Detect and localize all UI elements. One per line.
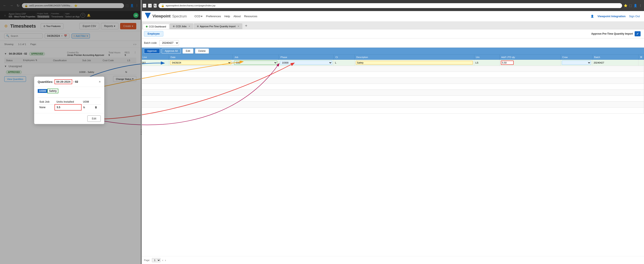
grid-cell-job[interactable]: 835 (232, 60, 278, 66)
ccd-nav-item[interactable]: CCD ▾ (194, 15, 202, 18)
edit-toolbar-button[interactable]: Edit (182, 48, 193, 54)
grid-col-line: Line (141, 55, 169, 60)
refresh-button[interactable]: ↻ (16, 3, 20, 8)
grid-cell-crew[interactable] (560, 60, 592, 66)
header-actions: Export CSV Reports ▾ Create ▾ (80, 23, 136, 29)
vp-logo: Viewpoint Spectrum (145, 13, 187, 20)
tab-ccd-dashboard[interactable]: CCD Dashboard (143, 24, 169, 29)
batch-select[interactable]: 20240427 (159, 40, 179, 46)
row-status-badge: APPROVED (6, 70, 22, 74)
grid-cell-add-qty[interactable] (500, 60, 560, 66)
reports-button[interactable]: Reports ▾ (101, 23, 118, 29)
right-url-bar[interactable]: 🔒 agaveapitest.dexterchaney.com/pages/in… (158, 3, 622, 8)
timesheets-nav[interactable]: Timesheets (37, 15, 49, 18)
unassigned-collapse[interactable]: ▼ (4, 65, 7, 68)
viewpoint-integration-link[interactable]: Viewpoint Integration (597, 15, 626, 18)
prev-page-button[interactable]: ‹ (134, 42, 134, 46)
project-tools-label: Project Tools (37, 12, 49, 15)
back-button[interactable]: ← (2, 3, 7, 8)
create-button[interactable]: Create ▾ (120, 23, 136, 29)
approve-qty-label: Approve Pre-Time Quantity Import (591, 32, 633, 35)
edit-button[interactable]: Edit (87, 116, 101, 122)
project-sub[interactable]: 835 - West Portal Properties (9, 15, 35, 18)
right-ext-icon: ⬚ (629, 4, 632, 7)
right-refresh-button[interactable]: ↻ (154, 3, 157, 8)
right-back-button[interactable]: ← (143, 3, 146, 8)
search-input[interactable] (11, 35, 36, 37)
phase-select[interactable]: 10300 (280, 61, 332, 65)
add-filter-button[interactable]: + Add Filter ▾ (72, 34, 90, 38)
grid-row-empty-5 (141, 90, 644, 96)
modal-close-button[interactable]: × (99, 80, 101, 84)
tab-dot-jobs (173, 25, 175, 27)
delete-button[interactable]: Delete (195, 48, 209, 54)
left-panel: ← → ↻ 🔒 us02.procore.com/598134325710009… (0, 0, 140, 264)
next-page-button[interactable]: › (135, 42, 136, 46)
grid-page-select[interactable]: 1 (152, 258, 160, 262)
modal-title-area: Quantities: 04-26-2024 - 02 (38, 79, 78, 84)
tab-ccd-jobs[interactable]: CCD Jobs × (170, 23, 193, 29)
sign-out-link[interactable]: Sign Out (629, 15, 640, 18)
menu-icon[interactable]: ⋮ (136, 4, 138, 7)
apps-select[interactable]: Select an App (65, 15, 80, 18)
description-input[interactable] (356, 61, 473, 65)
forward-button[interactable]: → (9, 3, 14, 8)
add-tab-button[interactable]: + (243, 22, 250, 29)
grid-row-empty-4 (141, 84, 644, 90)
modal-units-cell[interactable]: 5.5 (55, 104, 81, 110)
grid-col-batch: Batch (592, 55, 638, 60)
approve-button[interactable]: Approve (144, 48, 160, 54)
approve-all-button[interactable]: Approve All (162, 48, 181, 54)
help-nav-item[interactable]: Help (224, 15, 230, 18)
right-menu-icon[interactable]: ⋮ (639, 4, 642, 7)
crew-select[interactable] (562, 61, 591, 65)
delete-row-icon[interactable]: 🗑 (95, 106, 97, 109)
vp-nav-actions: 👤 Viewpoint Integration Sign Out (590, 15, 640, 18)
calendar-icon[interactable]: 📅 (64, 34, 67, 37)
url-bar[interactable]: 🔒 us02.procore.com/598134325710009/p... … (22, 3, 124, 8)
export-csv-button[interactable]: Export CSV (80, 23, 99, 29)
grid-next-button[interactable]: › (165, 259, 166, 262)
about-nav-item[interactable]: About (234, 15, 241, 18)
home-nav-item[interactable]: ⌂ (2, 13, 8, 17)
tab-close-jobs[interactable]: × (189, 25, 190, 28)
more-options-icon[interactable]: ⋮ (134, 51, 136, 56)
tab-approve-qty[interactable]: Approve Pre-Time Quantity Import × (194, 23, 242, 29)
grid-cell-phase[interactable]: 10300 (279, 60, 334, 66)
help-icon[interactable]: ? (80, 13, 85, 18)
right-browser-bar: ← → ↻ 🔒 agaveapitest.dexterchaney.com/pa… (140, 0, 644, 11)
change-status-button[interactable]: Change Status ▾ (113, 76, 136, 82)
add-qty-input[interactable] (501, 61, 514, 65)
job-select[interactable]: 835 (234, 61, 277, 65)
tour-features-button[interactable]: ⊙ Tour Features (41, 23, 64, 29)
grid-container: Line Date Job Phase Ct Description Um Ad… (140, 54, 644, 256)
grid-prev-button[interactable]: ‹ (162, 259, 163, 262)
date-filter[interactable]: 04/26/2024 × 📅 (45, 33, 70, 38)
unassigned-label: Unassigned (8, 65, 22, 68)
date-clear-icon[interactable]: × (61, 34, 62, 37)
approve-checkmark-button[interactable]: ✓ (635, 31, 640, 36)
view-quantities-button[interactable]: View Quantities (4, 76, 26, 82)
entry-date: 04-26-2024 - 02 (9, 52, 27, 55)
grid-row-empty-3 (141, 78, 644, 84)
batch-row: Batch code 20240427 (140, 38, 644, 48)
collapse-button[interactable]: ▼ (4, 52, 7, 55)
resources-nav-item[interactable]: Resources (244, 15, 257, 18)
notifications-icon[interactable]: 🔔 (86, 13, 91, 18)
grid-cell-date[interactable]: 04/26/24 (169, 60, 232, 66)
date-select[interactable]: 04/26/24 (170, 61, 231, 65)
tab-close-approve[interactable]: × (238, 25, 239, 28)
page-label: Page: (30, 43, 37, 45)
entry-header: ▼ 04-26-2024 - 02 APPROVED Created By Jo… (4, 50, 136, 58)
user-nav-icon: 👤 (590, 15, 594, 18)
grid-cell-description[interactable] (354, 60, 474, 66)
col-employees: Employees ⇅ (21, 58, 51, 63)
favorites-timesheets[interactable]: Timesheets (51, 15, 63, 18)
create-arrow-icon: ▾ (132, 25, 133, 28)
user-avatar[interactable]: JA (133, 13, 138, 18)
employee-tab[interactable]: Employee (144, 31, 163, 37)
right-forward-button[interactable]: → (148, 3, 152, 8)
sort-icon[interactable]: ⇅ (35, 59, 37, 61)
preferences-nav-item[interactable]: Preferences (206, 15, 221, 18)
date-value: 04/26/2024 (47, 34, 60, 37)
